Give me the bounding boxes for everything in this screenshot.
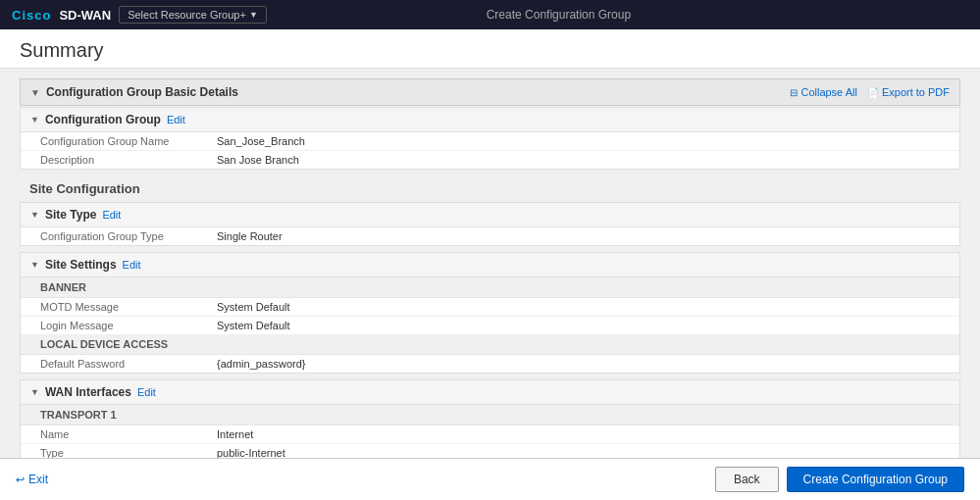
field-value: San_Jose_Branch [197, 132, 959, 151]
sd-wan-text: SD-WAN [59, 8, 111, 23]
table-row: Configuration Group Type Single Router [21, 227, 959, 245]
site-type-table: Configuration Group Type Single Router [21, 227, 959, 245]
exit-button[interactable]: ↩ Exit [16, 473, 48, 486]
resource-group-button[interactable]: Select Resource Group+ ▼ [119, 6, 267, 24]
export-icon: 📄 [867, 87, 879, 98]
content-area: ▼ Configuration Group Basic Details ⊟ Co… [0, 69, 980, 458]
field-label: Default Password [21, 355, 197, 373]
table-row: Type public-Internet [21, 444, 959, 459]
field-label: Type [21, 444, 197, 459]
banner-title: BANNER [21, 277, 959, 298]
wan-interfaces-subsection-header: ▼ WAN Interfaces Edit [21, 380, 959, 405]
table-row: Description San Jose Branch [21, 151, 959, 170]
field-label: Login Message [21, 317, 197, 335]
table-row: Default Password {admin_password} [21, 355, 959, 373]
collapse-icon: ▼ [30, 87, 40, 98]
field-label: MOTD Message [21, 298, 197, 317]
collapse-all-button[interactable]: ⊟ Collapse All [790, 86, 856, 98]
table-row: Login Message System Default [21, 317, 959, 335]
exit-icon: ↩ [16, 474, 25, 486]
footer-actions: Back Create Configuration Group [715, 467, 964, 492]
field-value: San Jose Branch [197, 151, 959, 170]
site-type-title: Site Type [45, 208, 96, 222]
field-label: Configuration Group Type [21, 227, 197, 245]
field-label: Configuration Group Name [21, 132, 197, 151]
transport1-title: TRANSPORT 1 [21, 405, 959, 425]
site-type-collapse-icon: ▼ [30, 210, 39, 220]
cisco-logo: Cisco [12, 8, 51, 23]
site-settings-collapse-icon: ▼ [30, 260, 39, 270]
field-label: Description [21, 151, 197, 170]
config-group-basic-details-title: Configuration Group Basic Details [46, 85, 238, 99]
site-configuration-label: Site Configuration [20, 175, 960, 202]
field-value: System Default [197, 298, 959, 317]
section-header-left: ▼ Configuration Group Basic Details [30, 85, 238, 99]
field-value: System Default [197, 317, 959, 335]
site-type-edit-button[interactable]: Edit [102, 209, 121, 221]
chevron-down-icon: ▼ [249, 10, 258, 20]
resource-group-label: Select Resource Group+ [128, 9, 246, 21]
wan-interfaces-edit-button[interactable]: Edit [137, 386, 156, 398]
create-configuration-group-button[interactable]: Create Configuration Group [787, 467, 964, 492]
site-type-subsection-header: ▼ Site Type Edit [21, 203, 959, 227]
configuration-group-block: ▼ Configuration Group Edit Configuration… [20, 107, 960, 170]
wan-interfaces-block: ▼ WAN Interfaces Edit TRANSPORT 1 Name I… [20, 379, 960, 458]
collapse-all-label: Collapse All [800, 86, 856, 98]
field-value: {admin_password} [197, 355, 959, 373]
site-type-block: ▼ Site Type Edit Configuration Group Typ… [20, 202, 960, 246]
export-label: Export to PDF [882, 86, 950, 98]
top-nav-left: Cisco SD-WAN Select Resource Group+ ▼ [12, 6, 267, 24]
field-value: Internet [197, 425, 959, 444]
wizard-step-label: Create Configuration Group [487, 8, 631, 22]
subsection-collapse-icon: ▼ [30, 115, 39, 125]
back-button[interactable]: Back [715, 467, 779, 492]
local-device-table: Default Password {admin_password} [21, 355, 959, 373]
table-row: MOTD Message System Default [21, 298, 959, 317]
footer: ↩ Exit Back Create Configuration Group [0, 458, 980, 500]
wan-interfaces-title: WAN Interfaces [45, 385, 131, 399]
page-container: Summary ▼ Configuration Group Basic Deta… [0, 29, 980, 500]
field-label: Name [21, 425, 197, 444]
field-value: Single Router [197, 227, 959, 245]
top-navigation: Cisco SD-WAN Select Resource Group+ ▼ Cr… [0, 0, 980, 29]
wan-interfaces-collapse-icon: ▼ [30, 387, 39, 397]
banner-table: MOTD Message System Default Login Messag… [21, 298, 959, 334]
configuration-group-edit-button[interactable]: Edit [167, 114, 185, 125]
configuration-group-subsection-header: ▼ Configuration Group Edit [21, 108, 959, 132]
page-title: Summary [20, 39, 960, 62]
site-settings-edit-button[interactable]: Edit [123, 259, 141, 271]
field-value: public-Internet [197, 444, 959, 459]
local-device-title: LOCAL DEVICE ACCESS [21, 334, 959, 355]
export-to-pdf-button[interactable]: 📄 Export to PDF [867, 86, 950, 98]
configuration-group-subsection-title: Configuration Group [45, 113, 161, 126]
collapse-all-icon: ⊟ [790, 87, 798, 98]
page-header: Summary [0, 29, 980, 69]
table-row: Name Internet [21, 425, 959, 444]
section-actions: ⊟ Collapse All 📄 Export to PDF [790, 86, 950, 98]
site-settings-subsection-header: ▼ Site Settings Edit [21, 253, 959, 277]
site-settings-title: Site Settings [45, 258, 117, 272]
site-settings-block: ▼ Site Settings Edit BANNER MOTD Message… [20, 252, 960, 374]
configuration-group-table: Configuration Group Name San_Jose_Branch… [21, 132, 959, 169]
transport1-table: Name Internet Type public-Internet IP Ad… [21, 425, 959, 458]
config-group-basic-details-header: ▼ Configuration Group Basic Details ⊟ Co… [20, 78, 960, 106]
table-row: Configuration Group Name San_Jose_Branch [21, 132, 959, 151]
exit-label: Exit [28, 473, 48, 486]
